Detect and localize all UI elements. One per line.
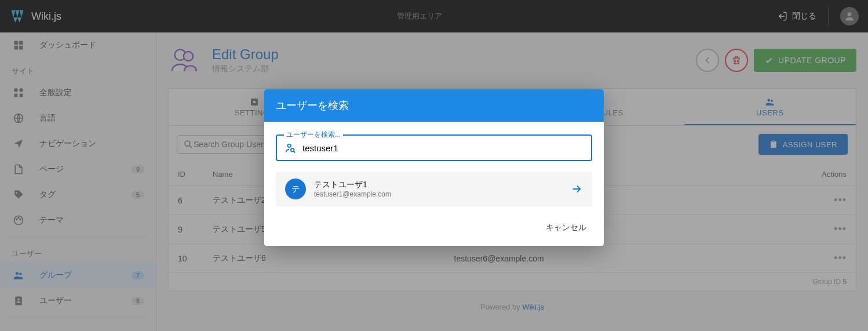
svg-point-29 — [287, 144, 291, 148]
search-user-dialog: ユーザーを検索 ユーザーを検索... テ テストユーザ1 testuser1@e… — [264, 89, 604, 246]
cancel-button[interactable]: キャンセル — [540, 219, 592, 237]
arrow-right-icon — [570, 183, 583, 195]
modal-overlay[interactable]: ユーザーを検索 ユーザーを検索... テ テストユーザ1 testuser1@e… — [0, 0, 868, 331]
svg-point-30 — [291, 148, 294, 151]
dialog-title: ユーザーを検索 — [264, 89, 604, 122]
result-email: testuser1@example.com — [314, 190, 562, 198]
field-legend: ユーザーを検索... — [284, 130, 343, 140]
search-user-field[interactable]: ユーザーを検索... — [276, 134, 592, 161]
result-name: テストユーザ1 — [314, 180, 562, 190]
search-result-item[interactable]: テ テストユーザ1 testuser1@example.com — [276, 172, 592, 206]
search-user-input[interactable] — [302, 143, 584, 153]
result-avatar: テ — [285, 179, 306, 199]
person-search-icon — [284, 141, 297, 154]
